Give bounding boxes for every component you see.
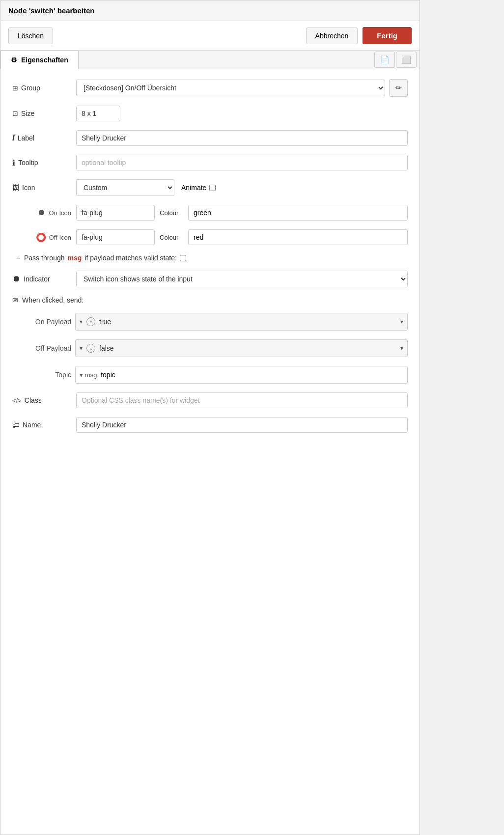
- group-edit-button[interactable]: ✏: [389, 79, 408, 97]
- icon-select[interactable]: Custom: [76, 179, 174, 196]
- form-body: ⊞ Group [Steckdosen] On/Off Übersicht ✏ …: [0, 69, 420, 443]
- tooltip-input[interactable]: [76, 155, 408, 170]
- tabs-row: ⚙ Eigenschaften 📄 ⬜: [0, 51, 420, 69]
- on-payload-control: ▾ ○ true ▾: [75, 313, 408, 331]
- tab-icon-buttons: 📄 ⬜: [374, 52, 420, 68]
- toolbar: Löschen Abbrechen Fertig: [0, 21, 420, 51]
- tooltip-icon: ℹ: [12, 158, 15, 167]
- class-input[interactable]: [76, 392, 408, 408]
- icon-label: 🖼 Icon: [12, 184, 71, 192]
- off-payload-label: Off Payload: [12, 344, 71, 352]
- label-input[interactable]: [76, 130, 408, 146]
- off-colour-label: Colour: [160, 234, 183, 241]
- done-button[interactable]: Fertig: [363, 27, 412, 44]
- off-icon-input[interactable]: [76, 229, 155, 245]
- tag-icon: 🏷: [12, 421, 20, 429]
- off-payload-type-dropdown[interactable]: ▾: [80, 345, 83, 352]
- pass-through-row: → Pass through msg if payload matches va…: [12, 254, 408, 262]
- animate-checkbox[interactable]: [209, 185, 216, 191]
- icon-main-row: 🖼 Icon Custom Animate: [12, 179, 408, 196]
- topic-prefix[interactable]: ▾ msg.: [80, 371, 99, 379]
- on-payload-arrow-icon[interactable]: ▾: [400, 318, 403, 325]
- topic-label: Topic: [12, 371, 71, 379]
- off-payload-info-icon[interactable]: ○: [86, 344, 95, 353]
- on-colour-label: Colour: [160, 209, 183, 217]
- off-payload-row: Off Payload ▾ ○ false ▾: [12, 339, 408, 357]
- on-colour-input[interactable]: [188, 205, 408, 221]
- tooltip-row: ℹ Tooltip: [12, 155, 408, 170]
- tab-properties-label: Eigenschaften: [21, 56, 68, 64]
- topic-row: Topic ▾ msg.: [12, 366, 408, 384]
- class-row: </> Class: [12, 392, 408, 408]
- animate-row: Animate: [181, 184, 216, 192]
- topic-dropdown-arrow[interactable]: ▾: [80, 371, 83, 379]
- on-payload-info-icon[interactable]: ○: [86, 317, 95, 326]
- group-row: ⊞ Group [Steckdosen] On/Off Übersicht ✏: [12, 79, 408, 97]
- indicator-select[interactable]: Switch icon shows state of the input: [76, 271, 408, 287]
- pass-through-rest: if payload matches valid state:: [84, 254, 177, 262]
- on-payload-type-dropdown[interactable]: ▾: [80, 318, 83, 325]
- group-icon: ⊞: [12, 84, 18, 92]
- arrow-icon: →: [14, 254, 21, 262]
- topic-control: ▾ msg.: [75, 366, 408, 384]
- topic-input[interactable]: [101, 371, 403, 379]
- animate-label: Animate: [181, 184, 206, 192]
- size-icon: ⊡: [12, 110, 18, 117]
- on-icon-input[interactable]: [76, 205, 155, 221]
- envelope-icon: ✉: [12, 296, 18, 304]
- icon-img-icon: 🖼: [12, 184, 19, 192]
- code-icon: </>: [12, 397, 22, 404]
- indicator-label: ⏺ Indicator: [12, 274, 71, 284]
- dialog-title: Node 'switch' bearbeiten: [0, 0, 420, 21]
- tooltip-label: ℹ Tooltip: [12, 158, 71, 167]
- delete-button[interactable]: Löschen: [8, 28, 53, 44]
- label-icon: I: [12, 133, 15, 143]
- on-payload-row: On Payload ▾ ○ true ▾: [12, 313, 408, 331]
- off-colour-input[interactable]: [188, 229, 408, 245]
- off-icon-label: ⭕ Off Icon: [22, 232, 71, 243]
- label-label: I Label: [12, 133, 71, 143]
- on-payload-value: true: [99, 318, 396, 326]
- name-label: 🏷 Name: [12, 421, 71, 429]
- on-icon-row: ⏺ On Icon Colour: [12, 205, 408, 221]
- tab-doc-button[interactable]: 📄: [374, 52, 395, 68]
- off-payload-control: ▾ ○ false ▾: [75, 339, 408, 357]
- indicator-icon: ⏺: [12, 274, 21, 284]
- name-row: 🏷 Name: [12, 417, 408, 433]
- cancel-button[interactable]: Abbrechen: [306, 28, 358, 44]
- pass-through-checkbox[interactable]: [180, 255, 186, 261]
- size-label: ⊡ Size: [12, 110, 71, 117]
- label-row: I Label: [12, 130, 408, 146]
- tab-properties[interactable]: ⚙ Eigenschaften: [0, 51, 79, 69]
- group-label: ⊞ Group: [12, 84, 71, 92]
- dialog: Node 'switch' bearbeiten Löschen Abbrech…: [0, 0, 420, 835]
- topic-prefix-text: msg.: [85, 371, 99, 379]
- size-input[interactable]: [76, 106, 120, 121]
- on-icon-label: ⏺ On Icon: [22, 208, 71, 218]
- gear-icon: ⚙: [11, 56, 17, 64]
- group-select[interactable]: [Steckdosen] On/Off Übersicht: [76, 80, 385, 96]
- off-payload-value: false: [99, 344, 396, 352]
- indicator-row: ⏺ Indicator Switch icon shows state of t…: [12, 271, 408, 287]
- name-input[interactable]: [76, 417, 408, 433]
- toggle-on-icon: ⏺: [37, 208, 46, 218]
- class-label: </> Class: [12, 396, 71, 404]
- off-payload-arrow-icon[interactable]: ▾: [400, 345, 403, 352]
- msg-keyword: msg: [68, 254, 82, 262]
- size-row: ⊡ Size: [12, 106, 408, 121]
- pass-through-text: Pass through: [24, 254, 65, 262]
- off-icon-row: ⭕ Off Icon Colour: [12, 229, 408, 245]
- on-payload-label: On Payload: [12, 318, 71, 326]
- when-clicked-label: ✉ When clicked, send:: [12, 296, 408, 304]
- tab-layout-button[interactable]: ⬜: [396, 52, 417, 68]
- toggle-off-icon: ⭕: [36, 232, 46, 243]
